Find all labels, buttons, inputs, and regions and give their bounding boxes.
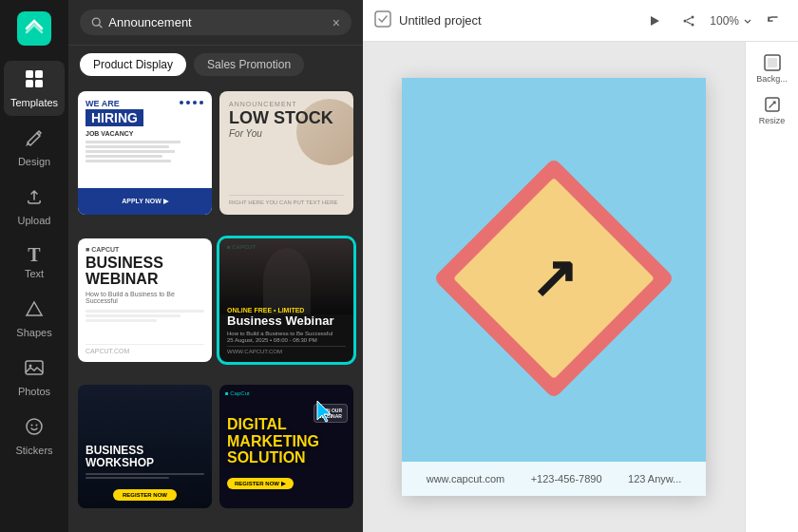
sidebar-item-label-text: Text [25, 268, 44, 279]
template-card-webinar-dark[interactable]: ■ CAPCUT ONLINE FREE • LIMITED Business … [219, 238, 353, 362]
background-tool-button[interactable]: Backg... [751, 49, 793, 87]
svg-marker-12 [651, 16, 659, 26]
svg-rect-2 [35, 70, 43, 78]
filter-product-display[interactable]: Product Display [80, 53, 186, 76]
canvas-extra: 123 Anyw... [628, 473, 681, 484]
diamond-graphic: ↗ [468, 193, 639, 364]
resize-tool-label: Resize [759, 116, 786, 125]
editor-wrapper: Untitled project 100% [363, 0, 798, 532]
svg-rect-0 [17, 11, 51, 46]
sidebar-item-label-design: Design [18, 156, 50, 167]
play-button[interactable] [641, 8, 668, 34]
search-input-wrap[interactable]: × [80, 10, 352, 35]
filter-sales-promotion[interactable]: Sales Promotion [194, 53, 304, 76]
sidebar-item-upload[interactable]: Upload [4, 179, 65, 234]
sidebar-item-label-shapes: Shapes [16, 327, 51, 338]
upload-icon [24, 186, 45, 211]
project-title: Untitled project [399, 13, 634, 28]
canvas-phone: +123-456-7890 [531, 473, 602, 484]
stickers-icon [24, 416, 45, 441]
editor-area: Untitled project 100% [363, 0, 798, 532]
sidebar-item-design[interactable]: Design [4, 120, 65, 175]
sidebar-item-stickers[interactable]: Stickers [4, 408, 65, 464]
editor-topbar: Untitled project 100% [363, 0, 798, 42]
svg-point-13 [684, 19, 687, 22]
search-input[interactable] [108, 15, 327, 29]
zoom-control[interactable]: 100% [710, 14, 752, 28]
sidebar-item-label-stickers: Stickers [15, 445, 52, 456]
svg-point-8 [31, 425, 33, 427]
app-logo [17, 11, 51, 49]
template-card-hiring[interactable]: WE ARE HIRING JOB VACANCY [78, 91, 212, 215]
canvas-bottom: www.capcut.com +123-456-7890 123 Anyw... [402, 462, 706, 496]
text-icon: T [28, 245, 40, 264]
svg-point-6 [29, 365, 32, 368]
sidebar-item-label-templates: Templates [10, 97, 58, 108]
undo-button[interactable] [760, 8, 787, 34]
canvas-url: www.capcut.com [427, 473, 505, 484]
templates-icon [24, 68, 45, 93]
templates-panel: × Product Display Sales Promotion WE ARE… [68, 0, 363, 532]
topbar-actions: 100% [641, 8, 787, 34]
template-card-lowstock[interactable]: ANNOUNCEMENT LOW STOCK For You RIGHT HER… [219, 91, 353, 215]
resize-tool-button[interactable]: Resize [751, 91, 793, 129]
sidebar-item-text[interactable]: T Text [4, 238, 65, 287]
diamond-outer: ↗ [433, 158, 675, 400]
search-bar: × [68, 0, 363, 46]
design-icon [24, 127, 45, 152]
sidebar-item-photos[interactable]: Photos [4, 350, 65, 405]
template-grid: WE ARE HIRING JOB VACANCY [68, 84, 363, 532]
photos-icon [24, 357, 45, 382]
template-card-digital[interactable]: ■ CapCut DIGITALMARKETINGSOLUTION JOIN O… [219, 385, 353, 508]
svg-point-15 [692, 23, 694, 26]
sidebar: Templates Design Upload T Text [0, 0, 68, 532]
zoom-level: 100% [710, 14, 739, 28]
arrow-icon: ↗ [530, 250, 578, 307]
project-icon [374, 10, 391, 31]
share-button[interactable] [675, 8, 702, 34]
sidebar-item-templates[interactable]: Templates [4, 61, 65, 116]
shapes-icon [24, 298, 45, 323]
diamond-inner: ↗ [453, 178, 655, 379]
svg-rect-5 [26, 361, 43, 374]
search-clear-button[interactable]: × [332, 16, 340, 29]
canvas-content[interactable]: ↗ www.capcut.com +123-456-7890 123 Anyw.… [402, 78, 706, 496]
svg-rect-4 [35, 80, 43, 87]
svg-rect-1 [26, 70, 33, 78]
svg-point-7 [27, 419, 42, 434]
template-card-webinar-light[interactable]: ■ CAPCUT BUSINESSWEBINAR How to Build a … [78, 238, 212, 362]
filter-bar: Product Display Sales Promotion [68, 46, 363, 84]
svg-point-9 [36, 425, 38, 427]
sidebar-item-shapes[interactable]: Shapes [4, 291, 65, 346]
svg-point-14 [692, 15, 694, 18]
background-tool-label: Backg... [756, 74, 788, 84]
svg-rect-11 [375, 11, 390, 27]
canvas-area: ↗ www.capcut.com +123-456-7890 123 Anyw.… [363, 42, 745, 532]
template-card-workshop[interactable]: BUSINESSWORKSHOP REGISTER NOW [78, 385, 212, 508]
search-icon [91, 16, 103, 29]
sidebar-item-label-upload: Upload [18, 215, 51, 226]
right-tools-panel: Backg... Resize [745, 42, 798, 532]
chevron-down-icon [743, 16, 752, 26]
sidebar-item-label-photos: Photos [18, 386, 50, 397]
svg-rect-3 [26, 80, 33, 87]
svg-rect-17 [768, 58, 777, 67]
